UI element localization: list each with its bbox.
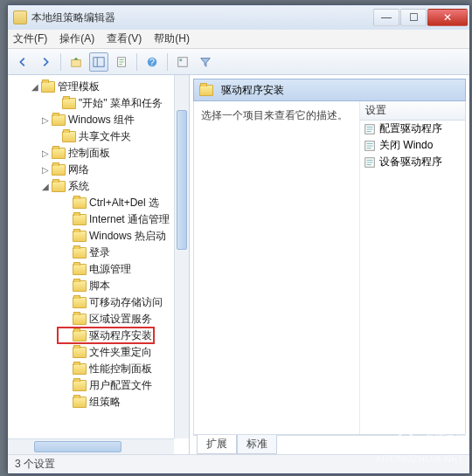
filter-button[interactable] [196,52,215,72]
tree-item[interactable]: Windows 热启动 [8,228,189,245]
scrollbar-thumb[interactable] [177,110,187,250]
description-column: 选择一个项目来查看它的描述。 [194,101,360,434]
folder-icon [199,85,213,96]
tree-item-label: 电源管理 [89,262,131,277]
show-tree-button[interactable] [89,52,108,72]
tree-item[interactable]: Internet 通信管理 [8,211,189,228]
folder-icon [73,314,87,325]
svg-text:?: ? [149,56,155,66]
tree-item[interactable]: 性能控制面板 [8,361,189,377]
svg-rect-1 [94,57,104,66]
tree-item[interactable]: 共享文件夹 [8,128,189,145]
tree-item[interactable]: ▷Windows 组件 [8,112,189,128]
tree-item[interactable]: 组策略 [8,394,189,410]
tree-vscrollbar[interactable] [174,75,189,438]
tree-item-label: 文件夹重定向 [89,345,152,360]
tree-item-label: 管理模板 [58,79,100,94]
properties-button[interactable] [173,52,192,72]
close-button[interactable]: ✕ [427,9,468,26]
status-text: 3 个设置 [15,457,55,472]
tree-item-label: 区域设置服务 [89,312,152,327]
tree-item[interactable]: 驱动程序安装 [8,328,189,344]
toolbar-separator [136,53,137,71]
tree-pane: ◢管理模板"开始" 菜单和任务▷Windows 组件共享文件夹▷控制面板▷网络◢… [8,75,190,454]
tree[interactable]: ◢管理模板"开始" 菜单和任务▷Windows 组件共享文件夹▷控制面板▷网络◢… [8,75,189,414]
tree-item[interactable]: ▷控制面板 [8,145,189,162]
window-frame: 本地组策略编辑器 — ☐ ✕ 文件(F) 操作(A) 查看(V) 帮助(H) ?… [7,4,470,474]
detail-body: 选择一个项目来查看它的描述。 设置 配置驱动程序关闭 Windo设备驱动程序 [193,101,466,435]
tree-item[interactable]: 登录 [8,245,189,261]
tree-hscrollbar[interactable] [8,438,174,454]
folder-icon [62,98,76,109]
expand-icon[interactable]: ▷ [39,165,52,175]
folder-icon [41,81,55,93]
maximize-button[interactable]: ☐ [400,9,427,26]
setting-item[interactable]: 关闭 Windo [360,137,465,154]
detail-header: 驱动程序安装 [193,79,466,101]
folder-icon [62,131,76,142]
tree-item-label: Internet 通信管理 [89,212,170,227]
setting-label: 设备驱动程序 [379,155,442,169]
folder-icon [52,148,66,159]
folder-icon [52,114,66,126]
setting-label: 配置驱动程序 [379,121,442,136]
menu-view[interactable]: 查看(V) [107,31,142,46]
tree-item[interactable]: 区域设置服务 [8,311,189,328]
svg-rect-0 [72,59,81,66]
folder-icon [73,380,87,391]
folder-icon [73,397,87,408]
forward-button[interactable] [36,52,55,72]
svg-rect-7 [180,59,183,61]
tree-item[interactable]: 电源管理 [8,261,189,278]
folder-icon [73,347,87,358]
menu-help[interactable]: 帮助(H) [154,31,190,46]
tree-item-label: 驱动程序安装 [89,328,152,343]
tab-extended[interactable]: 扩展 [197,435,237,454]
content-area: ◢管理模板"开始" 菜单和任务▷Windows 组件共享文件夹▷控制面板▷网络◢… [8,75,469,454]
tree-item[interactable]: Ctrl+Alt+Del 选 [8,195,189,211]
folder-icon [73,297,87,308]
up-button[interactable] [66,52,86,72]
export-button[interactable] [112,52,131,72]
tree-item[interactable]: 脚本 [8,278,189,294]
menu-file[interactable]: 文件(F) [13,31,47,46]
folder-icon [73,330,87,341]
folder-icon [52,164,66,176]
tree-item-label: Ctrl+Alt+Del 选 [89,196,159,210]
tree-item[interactable]: 文件夹重定向 [8,344,189,361]
column-header-setting[interactable]: 设置 [360,101,465,121]
toolbar: ? [8,49,469,75]
setting-icon [364,140,376,152]
toolbar-separator [60,53,61,71]
setting-item[interactable]: 设备驱动程序 [360,154,465,170]
tree-item[interactable]: 用户配置文件 [8,377,189,394]
tree-item[interactable]: ◢管理模板 [8,79,189,95]
tree-item-label: Windows 组件 [68,113,135,128]
folder-icon [73,280,87,292]
description-prompt: 选择一个项目来查看它的描述。 [201,108,352,123]
tree-item[interactable]: 可移动存储访问 [8,294,189,311]
menu-action[interactable]: 操作(A) [59,31,94,46]
tree-item-label: 网络 [68,162,89,177]
expand-icon[interactable]: ▷ [39,148,52,158]
tree-item-label: 可移动存储访问 [89,295,163,310]
tree-item[interactable]: "开始" 菜单和任务 [8,95,189,112]
detail-tabs: 扩展 标准 [193,435,466,454]
setting-label: 关闭 Windo [379,138,433,153]
tree-item-label: Windows 热启动 [89,229,166,244]
scrollbar-thumb[interactable] [34,441,121,452]
tab-standard[interactable]: 标准 [237,435,277,454]
setting-item[interactable]: 配置驱动程序 [360,121,465,137]
help-button[interactable]: ? [142,52,162,72]
folder-icon [73,197,87,209]
collapse-icon[interactable]: ◢ [29,82,41,92]
tree-item-label: 组策略 [89,395,121,410]
statusbar: 3 个设置 [8,454,469,473]
tree-item[interactable]: ▷网络 [8,162,189,178]
expand-icon[interactable]: ▷ [39,115,52,125]
collapse-icon[interactable]: ◢ [39,182,52,191]
back-button[interactable] [13,52,32,72]
tree-item[interactable]: ◢系统 [8,178,189,195]
minimize-button[interactable]: — [373,9,399,26]
titlebar[interactable]: 本地组策略编辑器 — ☐ ✕ [8,5,469,30]
